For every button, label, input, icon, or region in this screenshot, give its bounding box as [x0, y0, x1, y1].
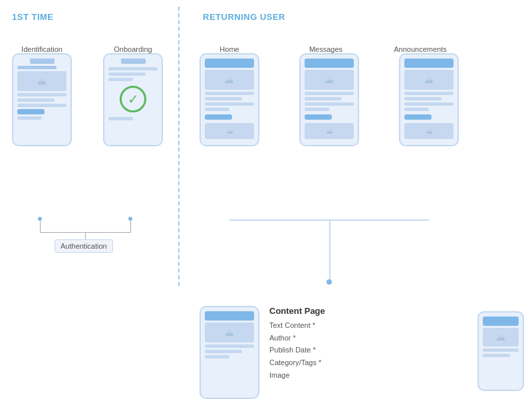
- phones-connector-v: [329, 219, 331, 283]
- content-page-box: Content Page Text Content * Author * Pub…: [269, 306, 325, 381]
- content-item-3: Category/Tags *: [269, 356, 325, 369]
- content-page-title: Content Page: [269, 306, 325, 316]
- partial-phone-right: ⛰: [477, 311, 524, 391]
- authentication-label: Authentication: [55, 239, 113, 253]
- content-item-2: Publish Date *: [269, 344, 325, 356]
- content-item-0: Text Content *: [269, 319, 325, 332]
- returning-label: RETURNING USER: [203, 12, 285, 22]
- content-page-items: Text Content * Author * Publish Date * C…: [269, 319, 325, 381]
- announcements-phone: ⛰ ⛰: [399, 53, 459, 146]
- home-phone: ⛰ ⛰: [200, 53, 259, 146]
- content-item-4: Image: [269, 369, 325, 382]
- identification-label: Identification: [12, 45, 72, 53]
- messages-phone: ⛰ ⛰: [299, 53, 359, 146]
- identification-phone: ⛰: [12, 53, 72, 146]
- connector-dot: [327, 279, 332, 285]
- messages-label: Messages: [296, 45, 356, 53]
- checkmark-icon: ✓: [128, 92, 139, 106]
- announcements-label: Announcements: [390, 45, 450, 53]
- home-label: Home: [200, 45, 259, 53]
- auth-line-left: [40, 219, 41, 233]
- section-divider: [178, 7, 180, 286]
- onboarding-label: Onboarding: [103, 45, 163, 53]
- canvas: 1ST TIME RETURNING USER ⛰ Identification: [0, 0, 532, 399]
- auth-line-right: [130, 219, 131, 233]
- first-time-label: 1ST TIME: [12, 12, 54, 22]
- bottom-phone-left: ⛰: [200, 306, 259, 399]
- onboarding-phone: ✓: [103, 53, 163, 146]
- content-item-1: Author *: [269, 332, 325, 344]
